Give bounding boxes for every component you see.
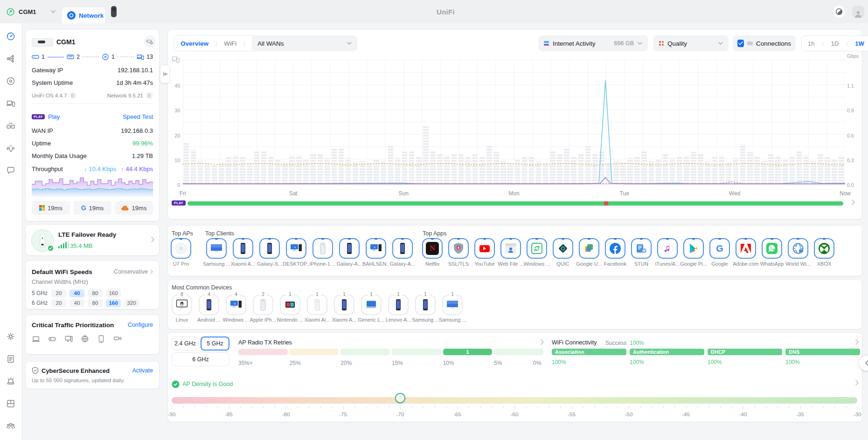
band-5ghz-button[interactable]: 5 GHz	[201, 337, 229, 351]
channel-width-chip[interactable]: 320	[124, 299, 139, 307]
top-client-tile[interactable]	[233, 238, 253, 259]
top-app-tile[interactable]	[527, 238, 547, 259]
common-device-tile[interactable]: 1	[307, 295, 327, 315]
sidebar-item-support[interactable]	[5, 165, 16, 176]
chevron-right-icon[interactable]	[855, 339, 859, 345]
channel-width-chip[interactable]: 20	[51, 289, 66, 297]
channel-width-chip[interactable]: 40	[69, 299, 84, 307]
quality-select[interactable]: Quality	[653, 35, 729, 51]
collapse-panel-handle[interactable]	[160, 65, 169, 83]
site-selector[interactable]: CGM1	[0, 0, 62, 23]
top-client-tile[interactable]	[392, 238, 413, 259]
common-device-tile[interactable]: 1	[442, 295, 463, 315]
tab-network[interactable]: Network	[62, 7, 105, 23]
sidebar-item-hotspot[interactable]	[5, 120, 16, 131]
user-avatar[interactable]	[852, 6, 864, 18]
common-device-tile[interactable]: 1	[334, 295, 354, 315]
y-left-tick: 10	[168, 158, 180, 163]
range-1w-active[interactable]: 1W	[851, 40, 868, 47]
top-client-tile[interactable]	[339, 238, 360, 259]
top-app-tile[interactable]	[736, 238, 756, 259]
top-app-tile[interactable]	[683, 238, 704, 259]
top-app-tile[interactable]	[579, 238, 599, 259]
top-app-tile[interactable]: G	[709, 238, 730, 259]
band-6ghz-button[interactable]: 6 GHz	[172, 352, 229, 366]
sidebar-item-insights[interactable]	[5, 143, 16, 154]
common-device-tile[interactable]: 1	[280, 295, 300, 315]
channel-width-chip[interactable]: 160	[106, 289, 121, 297]
top-app-tile[interactable]	[657, 238, 678, 259]
sidebar-item-dashboard[interactable]	[5, 31, 16, 42]
channel-width-chip[interactable]: 80	[88, 299, 103, 307]
common-device-tile[interactable]: 2	[253, 295, 273, 315]
sidebar-item-settings[interactable]	[5, 331, 16, 342]
top-app-tile[interactable]: N	[422, 238, 443, 259]
play-link[interactable]: Play	[48, 113, 60, 120]
top-app-tile[interactable]	[788, 238, 808, 259]
top-app-tile[interactable]	[500, 238, 521, 259]
top-app-tile[interactable]	[448, 238, 469, 259]
gateway-settings-button[interactable]	[144, 35, 156, 48]
top-client-tile[interactable]	[312, 238, 333, 259]
top-app-tile[interactable]	[631, 238, 652, 259]
common-device-tile[interactable]: 1	[361, 295, 382, 315]
top-client-tile[interactable]	[286, 238, 306, 259]
tx-retries-segment	[238, 349, 288, 355]
channel-width-chip[interactable]: 40	[69, 289, 84, 297]
common-device-tile[interactable]: 4	[226, 295, 246, 315]
top-client-tile[interactable]	[259, 238, 280, 259]
top-client-tile[interactable]	[206, 238, 227, 259]
density-tick	[458, 406, 458, 409]
speed-test-link[interactable]: Speed Test	[123, 113, 153, 120]
common-device-tile[interactable]: 4	[199, 295, 219, 315]
range-1h[interactable]: 1h	[804, 40, 819, 47]
release-notes-icon[interactable]	[146, 92, 153, 99]
ap-density-marker[interactable]	[395, 393, 405, 403]
configure-button[interactable]: Configure	[128, 322, 153, 328]
chart-clients-icon[interactable]	[172, 56, 180, 63]
top-app-tile[interactable]	[553, 238, 573, 259]
wan-filter-select[interactable]: All WANs	[252, 35, 357, 51]
quality-timeline[interactable]	[187, 201, 843, 206]
channel-width-chip[interactable]: 80	[88, 289, 103, 297]
top-app-tile[interactable]	[605, 238, 625, 259]
common-device-tile[interactable]: 1	[388, 295, 409, 315]
channel-width-chip[interactable]: 20	[51, 299, 66, 307]
density-tick	[789, 406, 789, 409]
band-24ghz-button[interactable]: 2.4 GHz	[172, 337, 199, 351]
sidebar-item-admins[interactable]	[5, 420, 16, 432]
tab-wifi[interactable]: WiFi	[220, 40, 240, 47]
sidebar-item-topology[interactable]	[5, 53, 16, 64]
chart-plot[interactable]	[183, 60, 845, 185]
lte-failover-card[interactable]: LTE Failover Ready 35.4 MB	[26, 225, 159, 255]
sidebar-item-notifications[interactable]	[5, 376, 16, 387]
metric-select[interactable]: Internet Activity 696 GB	[538, 35, 648, 51]
activate-button[interactable]: Activate	[132, 367, 153, 374]
channel-width-chip[interactable]: 160	[106, 299, 121, 307]
sidebar-item-system-log[interactable]	[5, 353, 16, 364]
theme-toggle-button[interactable]	[833, 6, 845, 18]
chevron-right-icon[interactable]	[541, 339, 544, 345]
common-device-label: Linux	[168, 317, 195, 323]
common-device-tile[interactable]: 8	[172, 295, 192, 315]
common-device-tile[interactable]: 1	[415, 295, 436, 315]
checkbox-checked-icon[interactable]	[737, 40, 744, 47]
sidebar-item-unifi-devices[interactable]	[5, 76, 16, 87]
release-notes-icon[interactable]	[69, 92, 76, 99]
tab-overview[interactable]: Overview	[177, 40, 212, 47]
topology-summary[interactable]: 12113	[32, 53, 153, 61]
wifi-speeds-mode-button[interactable]: Conservative	[114, 268, 153, 275]
chevron-right-icon[interactable]	[855, 380, 859, 385]
connections-toggle[interactable]: Connections	[733, 35, 796, 51]
info-row: System Uptime1d 3h 4m 47s	[26, 78, 159, 87]
top-ap-tile[interactable]	[171, 238, 191, 259]
sidebar-item-client-devices[interactable]	[5, 98, 16, 109]
top-app-tile[interactable]	[762, 238, 782, 259]
top-client-tile[interactable]	[366, 238, 386, 259]
top-app-tile[interactable]	[814, 238, 834, 259]
chevron-right-icon[interactable]	[852, 199, 855, 205]
protect-device-icon[interactable]	[111, 6, 117, 18]
range-1d[interactable]: 1D	[827, 40, 843, 47]
top-app-tile[interactable]	[474, 238, 495, 259]
sidebar-item-floorplan[interactable]	[5, 398, 16, 409]
